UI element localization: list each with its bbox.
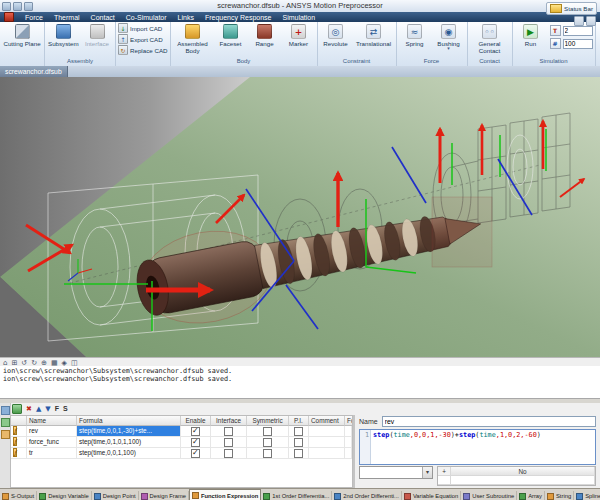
row-comment[interactable] bbox=[309, 437, 345, 448]
col-icon bbox=[11, 416, 27, 426]
panel-side-icon[interactable] bbox=[1, 430, 10, 439]
range-label: Range bbox=[250, 40, 280, 47]
row-comment[interactable] bbox=[309, 448, 345, 459]
revolute-button[interactable]: ◎ Revolute bbox=[320, 23, 352, 48]
ribbon-group-cad: ↓ Import CAD ↑ Export CAD ↻ Replace CAD bbox=[116, 22, 171, 66]
menu-item-links[interactable]: Links bbox=[178, 14, 194, 21]
subsystem-label: Subsystem bbox=[48, 40, 78, 47]
translational-button[interactable]: ⇄ Translational bbox=[354, 23, 394, 48]
row-focus[interactable] bbox=[345, 437, 352, 448]
tab-design-frame[interactable]: Design Frame bbox=[139, 491, 189, 500]
interface-checkbox[interactable] bbox=[224, 438, 233, 447]
pi-checkbox[interactable] bbox=[294, 427, 303, 436]
table-row[interactable]: ƒ force_func step(time,0,1,0,1,100) bbox=[11, 437, 352, 448]
row-name[interactable]: force_func bbox=[27, 437, 77, 448]
pi-checkbox[interactable] bbox=[294, 438, 303, 447]
delete-icon[interactable]: ✖ bbox=[26, 404, 32, 414]
menu-item-frequency-response[interactable]: Frequency Response bbox=[205, 14, 272, 21]
bushing-dropdown-icon[interactable]: ▾ bbox=[447, 47, 450, 50]
tab-s-output[interactable]: S-Output bbox=[0, 491, 37, 500]
interface-button[interactable]: Interface bbox=[81, 23, 113, 48]
tab-2nd-order-differential[interactable]: 2nd Order Differenti... bbox=[332, 491, 402, 500]
step-count-input[interactable] bbox=[563, 39, 593, 49]
tab-variable-equation[interactable]: Variable Equation bbox=[402, 491, 461, 500]
marker-icon: + bbox=[291, 24, 306, 39]
sort-icon[interactable]: S bbox=[63, 404, 68, 414]
status-bar-button[interactable]: Status Bar bbox=[546, 2, 597, 15]
panel-side-icon[interactable] bbox=[1, 406, 10, 415]
arg-cell[interactable] bbox=[451, 476, 595, 485]
undo-icon[interactable] bbox=[13, 2, 22, 11]
replace-cad-button[interactable]: ↻ Replace CAD bbox=[118, 45, 168, 55]
subsystem-button[interactable]: Subsystem bbox=[47, 23, 79, 48]
menu-item-co-simulator[interactable]: Co-Simulator bbox=[126, 14, 167, 21]
revolute-label: Revolute bbox=[321, 40, 351, 47]
range-button[interactable]: Range bbox=[249, 23, 281, 48]
viewport-canvas[interactable] bbox=[0, 77, 600, 357]
move-down-icon[interactable]: ▼ bbox=[45, 404, 50, 414]
table-row[interactable]: ƒ tr step(time,0,0,1,100) bbox=[11, 448, 352, 459]
spring-button[interactable]: ≈ Spring bbox=[399, 23, 431, 48]
tab-array[interactable]: Array bbox=[517, 491, 545, 500]
symmetric-checkbox[interactable] bbox=[263, 449, 272, 458]
bushing-button[interactable]: ◉ Bushing ▾ bbox=[433, 23, 465, 51]
tab-spline[interactable]: Spline bbox=[574, 491, 600, 500]
cutting-plane-button[interactable]: Cutting Plane bbox=[2, 23, 42, 48]
quick-access-toolbar[interactable] bbox=[2, 2, 33, 11]
menu-item-contact[interactable]: Contact bbox=[91, 14, 115, 21]
save-icon[interactable] bbox=[2, 2, 11, 11]
add-expression-icon[interactable] bbox=[12, 404, 22, 414]
expression-code[interactable]: step(time,0,0,1,-30)+step(time,1,0,2,-60… bbox=[371, 430, 543, 464]
run-button[interactable]: ▶ Run bbox=[515, 23, 547, 48]
cutting-plane-icon bbox=[15, 24, 30, 39]
redo-icon[interactable] bbox=[24, 2, 33, 11]
row-name[interactable]: tr bbox=[27, 448, 77, 459]
row-formula[interactable]: step(time,0,0,1,-30)+ste... bbox=[77, 426, 181, 437]
marker-button[interactable]: + Marker bbox=[283, 23, 315, 48]
pi-checkbox[interactable] bbox=[294, 449, 303, 458]
menu-item-thermal[interactable]: Thermal bbox=[54, 14, 80, 21]
end-time-input[interactable] bbox=[563, 26, 593, 36]
enable-checkbox[interactable] bbox=[191, 438, 200, 447]
general-contact-button[interactable]: ◦◦ General Contact bbox=[470, 23, 510, 55]
enable-checkbox[interactable] bbox=[191, 427, 200, 436]
menu-item-force[interactable]: Force bbox=[25, 14, 43, 21]
expression-code-editor[interactable]: 1 step(time,0,0,1,-30)+step(time,1,0,2,-… bbox=[359, 429, 596, 465]
interface-checkbox[interactable] bbox=[224, 449, 233, 458]
options-icon[interactable] bbox=[586, 16, 596, 26]
row-comment[interactable] bbox=[309, 426, 345, 437]
tab-user-subroutine[interactable]: User Subroutine bbox=[461, 491, 517, 500]
menu-item-simulation[interactable]: Simulation bbox=[282, 14, 315, 21]
tab-string[interactable]: String bbox=[545, 491, 574, 500]
tab-function-expression[interactable]: Function Expression bbox=[189, 489, 261, 500]
row-name[interactable]: rev bbox=[27, 426, 77, 437]
add-argument-button[interactable]: + bbox=[438, 467, 451, 476]
panel-side-icon[interactable] bbox=[1, 418, 10, 427]
document-tab[interactable]: screwanchor.dfsub bbox=[0, 66, 68, 77]
interface-checkbox[interactable] bbox=[224, 427, 233, 436]
tab-design-point[interactable]: Design Point bbox=[92, 491, 139, 500]
enable-checkbox[interactable] bbox=[191, 449, 200, 458]
tab-1st-order-differential[interactable]: 1st Order Differentia... bbox=[261, 491, 332, 500]
layout-icon[interactable] bbox=[574, 16, 584, 26]
import-cad-button[interactable]: ↓ Import CAD bbox=[118, 23, 168, 33]
message-log[interactable]: ion\screw\screwanchor\Subsystem\screwanc… bbox=[0, 366, 600, 400]
arg-row-selector[interactable] bbox=[438, 476, 451, 485]
move-up-icon[interactable]: ▲ bbox=[36, 404, 41, 414]
row-formula[interactable]: step(time,0,0,1,100) bbox=[77, 448, 181, 459]
faceset-button[interactable]: Faceset bbox=[215, 23, 247, 48]
export-cad-button[interactable]: ↑ Export CAD bbox=[118, 34, 168, 44]
row-focus[interactable] bbox=[345, 426, 352, 437]
table-row[interactable]: ƒ rev step(time,0,0,1,-30)+ste... bbox=[11, 426, 352, 437]
argument-dropdown[interactable]: ▾ bbox=[359, 466, 433, 479]
row-formula[interactable]: step(time,0,1,0,1,100) bbox=[77, 437, 181, 448]
row-focus[interactable] bbox=[345, 448, 352, 459]
symmetric-checkbox[interactable] bbox=[263, 427, 272, 436]
assembled-body-button[interactable]: Assembled Body bbox=[173, 23, 213, 55]
dropdown-caret-icon[interactable]: ▾ bbox=[422, 467, 432, 478]
app-menu-icon[interactable] bbox=[4, 12, 14, 22]
filter-icon[interactable]: F bbox=[55, 404, 59, 414]
tab-design-variable[interactable]: Design Variable bbox=[37, 491, 92, 500]
name-input[interactable] bbox=[382, 416, 596, 427]
symmetric-checkbox[interactable] bbox=[263, 438, 272, 447]
